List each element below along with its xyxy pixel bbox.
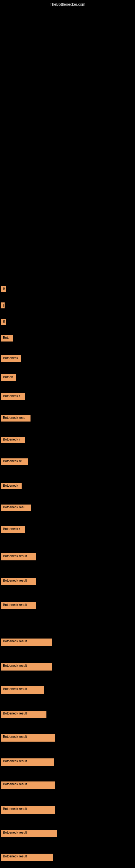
bottleneck-result-item[interactable]: Bottleneck result bbox=[1, 663, 52, 671]
bottleneck-result-item[interactable]: Bottleneck result bbox=[1, 553, 36, 560]
bottleneck-result-item[interactable]: Bottleneck r bbox=[1, 393, 25, 400]
bottleneck-result-item[interactable]: Bottleneck result bbox=[1, 711, 46, 718]
bottleneck-result-item[interactable]: Bottleneck result bbox=[1, 578, 36, 585]
bottleneck-result-item[interactable]: Bottleneck result bbox=[1, 734, 55, 742]
bottleneck-result-item[interactable]: | bbox=[1, 303, 5, 308]
bottleneck-result-item[interactable]: Bottl bbox=[1, 335, 13, 341]
bottleneck-result-item[interactable]: Bottleneck bbox=[1, 483, 21, 489]
bottleneck-result-item[interactable]: Bottleneck result bbox=[1, 781, 55, 789]
bottleneck-result-item[interactable]: Bottleneck r bbox=[1, 526, 25, 533]
bottleneck-result-item[interactable]: Bottleneck result bbox=[1, 758, 54, 766]
bottleneck-result-item[interactable]: Bottleneck result bbox=[1, 830, 57, 837]
bottleneck-result-item[interactable]: B bbox=[1, 319, 6, 325]
bottleneck-result-item[interactable]: Bottleneck resu bbox=[1, 504, 31, 511]
bottleneck-result-item[interactable]: Bottleneck resu bbox=[1, 415, 31, 422]
bottleneck-result-item[interactable]: Bottleneck re bbox=[1, 458, 28, 465]
bottleneck-result-item[interactable]: B bbox=[1, 286, 6, 292]
bottleneck-result-item[interactable]: Bottleneck result bbox=[1, 686, 44, 694]
bottleneck-result-item[interactable]: Bottlen bbox=[1, 374, 16, 381]
bottleneck-result-item[interactable]: Bottleneck result bbox=[1, 806, 55, 814]
bottleneck-result-item[interactable]: Bottleneck result bbox=[1, 602, 36, 609]
bottleneck-result-item[interactable]: Bottleneck r bbox=[1, 437, 25, 443]
site-title: TheBottlenecker.com bbox=[50, 2, 85, 6]
bottleneck-result-item[interactable]: Bottleneck result bbox=[1, 854, 53, 861]
bottleneck-result-item[interactable]: Bottleneck result bbox=[1, 639, 52, 646]
bottleneck-result-item[interactable]: Bottleneck bbox=[1, 355, 21, 362]
